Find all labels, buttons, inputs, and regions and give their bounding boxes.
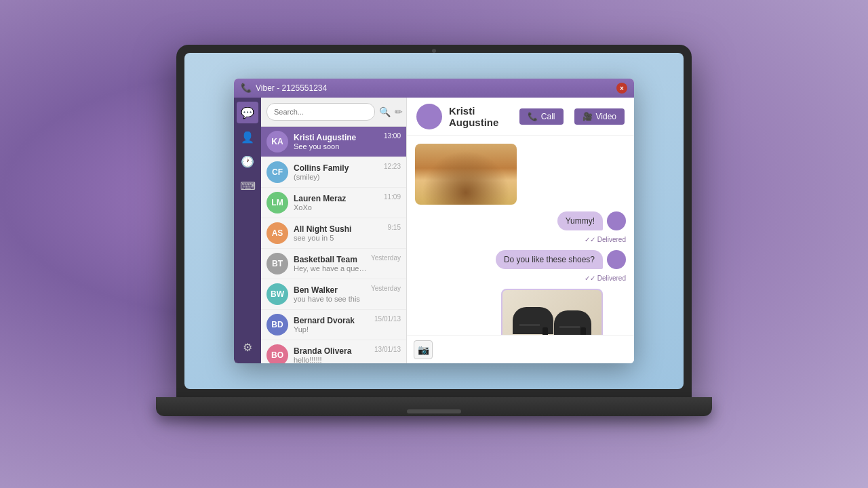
- contact-time: Yesterday: [371, 285, 401, 292]
- contact-item[interactable]: BDBernard DvorakYup!15/01/13: [261, 310, 406, 340]
- shoe-strap-2: [559, 326, 580, 328]
- contact-info: Lauren MerazXoXo: [294, 194, 381, 211]
- contact-item[interactable]: LMLauren MerazXoXo11:09: [261, 188, 406, 218]
- contact-avatar: LM: [267, 192, 288, 214]
- shoes-image-row: [501, 289, 626, 335]
- contact-time: 12:23: [384, 163, 401, 170]
- contacts-list: KAKristi AugustineSee you soon13:00CFCol…: [261, 127, 406, 363]
- contact-item[interactable]: KAKristi AugustineSee you soon13:00: [261, 127, 406, 157]
- contact-item[interactable]: CFCollins Family(smiley)12:23: [261, 157, 406, 188]
- contact-preview: Yup!: [294, 325, 372, 333]
- call-label: Call: [541, 112, 555, 121]
- sidebar-item-dialpad[interactable]: ⌨: [237, 175, 258, 197]
- sent-shoes-image: ✓ Delivered: [501, 289, 626, 335]
- contact-name: Branda Olivera: [294, 346, 372, 356]
- video-label: Video: [596, 112, 616, 121]
- contact-name: All Night Sushi: [294, 224, 385, 234]
- shoe-heel-2: [580, 327, 586, 335]
- shoe-heel: [542, 327, 548, 335]
- contact-avatar: BO: [267, 344, 288, 363]
- video-button[interactable]: 🎥 Video: [574, 108, 625, 125]
- food-image: [415, 144, 517, 205]
- contact-preview: see you in 5: [294, 234, 385, 242]
- contact-info: Branda Oliverahello!!!!!!: [294, 346, 372, 363]
- sent-message-shoes-question: Do you like these shoes? ✓✓ Delivered: [496, 250, 626, 282]
- contact-preview: Hey, we have a question about: [294, 264, 368, 272]
- chat-header: Kristi Augustine 📞 Call 🎥 Video: [407, 98, 634, 136]
- contact-time: 15/01/13: [374, 315, 401, 323]
- contact-info: Ben Walkeryou have to see this: [294, 285, 368, 303]
- viber-window: 📞 Viber - 2125551234 × 💬 👤 🕐 ⌨ ⚙: [234, 79, 634, 363]
- contact-info: Bernard DvorakYup!: [294, 316, 372, 333]
- call-icon: 📞: [528, 112, 538, 121]
- contact-time: 13/01/13: [374, 346, 401, 353]
- contact-info: Basketball TeamHey, we have a question a…: [294, 255, 368, 272]
- camera-button[interactable]: 📷: [414, 340, 433, 359]
- contacts-panel: 🔍 ✏ KAKristi AugustineSee you soon13:00C…: [261, 98, 407, 363]
- sent-message-yummy: Yummy! ✓✓ Delivered: [557, 211, 626, 243]
- contact-avatar: BT: [267, 253, 288, 274]
- contact-preview: hello!!!!!!: [294, 356, 372, 363]
- message-row: Do you like these shoes?: [496, 250, 626, 269]
- compose-button[interactable]: ✏: [395, 103, 403, 121]
- contact-preview: XoXo: [294, 203, 381, 211]
- chat-contact-name: Kristi Augustine: [449, 105, 513, 128]
- laptop-shell: 📞 Viber - 2125551234 × 💬 👤 🕐 ⌨ ⚙: [176, 45, 692, 397]
- contact-avatar: CF: [267, 161, 288, 183]
- chat-contact-avatar: [416, 104, 442, 129]
- laptop-screen: 📞 Viber - 2125551234 × 💬 👤 🕐 ⌨ ⚙: [184, 53, 684, 389]
- contact-time: Yesterday: [371, 254, 401, 262]
- message-input[interactable]: [438, 340, 627, 359]
- shoe-strap: [519, 324, 540, 326]
- received-image-message: [415, 144, 517, 205]
- contact-preview: you have to see this: [294, 295, 368, 303]
- contact-avatar: BD: [267, 314, 288, 336]
- food-visual: [415, 144, 517, 205]
- contact-avatar: KA: [267, 131, 288, 152]
- viber-logo-icon: 📞: [241, 83, 252, 94]
- contact-name: Ben Walker: [294, 285, 368, 295]
- sidebar-item-settings[interactable]: ⚙: [237, 336, 258, 358]
- contact-name: Bernard Dvorak: [294, 316, 372, 325]
- contact-item[interactable]: BOBranda Oliverahello!!!!!!13/01/13: [261, 340, 406, 363]
- shoe-left: [513, 304, 553, 335]
- contact-preview: (smiley): [294, 173, 381, 181]
- chat-messages: Yummy! ✓✓ Delivered Do you like these sh…: [407, 136, 634, 335]
- contact-avatar: BW: [267, 283, 288, 305]
- contact-item[interactable]: ASAll Night Sushisee you in 59:15: [261, 218, 406, 249]
- sidebar-item-recent[interactable]: 🕐: [237, 150, 258, 172]
- contact-info: Kristi AugustineSee you soon: [294, 133, 381, 150]
- sidebar-item-contacts[interactable]: 👤: [237, 126, 258, 148]
- contact-preview: See you soon: [294, 142, 381, 150]
- close-button[interactable]: ×: [616, 83, 627, 94]
- chat-panel: Kristi Augustine 📞 Call 🎥 Video: [407, 98, 634, 363]
- contact-avatar: AS: [267, 222, 288, 244]
- message-status: ✓✓ Delivered: [585, 274, 626, 282]
- search-button[interactable]: 🔍: [379, 103, 391, 121]
- shoes-image: [501, 289, 603, 335]
- contact-time: 9:15: [388, 224, 401, 231]
- contact-name: Collins Family: [294, 163, 381, 173]
- contact-time: 11:09: [384, 193, 401, 201]
- shoes-visual: [502, 290, 601, 335]
- call-button[interactable]: 📞 Call: [519, 108, 564, 125]
- search-input[interactable]: [267, 103, 375, 121]
- contact-info: All Night Sushisee you in 5: [294, 224, 385, 242]
- contact-name: Lauren Meraz: [294, 194, 381, 203]
- video-icon: 🎥: [583, 112, 593, 121]
- title-bar: 📞 Viber - 2125551234 ×: [234, 79, 634, 98]
- shoe-right: [554, 307, 591, 335]
- message-bubble: Yummy!: [557, 211, 603, 230]
- message-status: ✓✓ Delivered: [585, 236, 626, 243]
- contact-item[interactable]: BTBasketball TeamHey, we have a question…: [261, 249, 406, 279]
- message-row: Yummy!: [557, 211, 626, 230]
- sender-avatar: [607, 211, 626, 230]
- contact-time: 13:00: [384, 132, 401, 140]
- message-bubble: Do you like these shoes?: [496, 250, 603, 269]
- sidebar-item-chat[interactable]: 💬: [237, 102, 258, 123]
- search-bar: 🔍 ✏: [261, 98, 406, 127]
- contact-info: Collins Family(smiley): [294, 163, 381, 181]
- contact-name: Kristi Augustine: [294, 133, 381, 142]
- sender-avatar: [607, 250, 626, 269]
- contact-item[interactable]: BWBen Walkeryou have to see thisYesterda…: [261, 279, 406, 310]
